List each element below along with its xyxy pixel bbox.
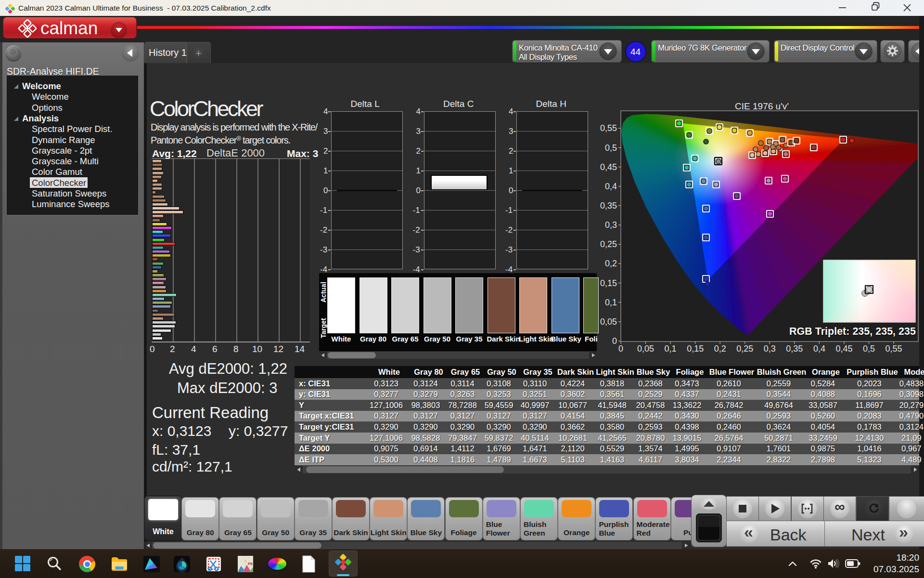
svg-text:0,15: 0,15 <box>600 278 617 288</box>
svg-text:0,2: 0,2 <box>605 259 617 268</box>
svg-text:0,35: 0,35 <box>786 344 803 354</box>
svg-text:0,25: 0,25 <box>736 344 753 354</box>
svg-text:PEIP: PEIP <box>248 562 254 566</box>
svg-text:0,4: 0,4 <box>813 344 825 354</box>
svg-text:0,3: 0,3 <box>764 344 776 354</box>
svg-text:0,1: 0,1 <box>605 298 617 307</box>
svg-text:0,15: 0,15 <box>687 344 704 354</box>
svg-text:0,4: 0,4 <box>605 182 617 191</box>
svg-text:0,35: 0,35 <box>600 201 617 210</box>
svg-text:0,05: 0,05 <box>600 317 617 327</box>
svg-text:0,55: 0,55 <box>886 344 902 354</box>
svg-text:0,1: 0,1 <box>665 344 677 354</box>
svg-text:0,05: 0,05 <box>637 344 654 354</box>
svg-text:0,45: 0,45 <box>835 344 852 354</box>
svg-text:∞: ∞ <box>834 501 845 514</box>
svg-text:0,5: 0,5 <box>863 344 875 354</box>
svg-text:CIE 1976 u'v': CIE 1976 u'v' <box>735 101 789 111</box>
svg-text:0,3: 0,3 <box>605 220 617 230</box>
svg-text:0,25: 0,25 <box>600 239 617 249</box>
svg-text:0: 0 <box>612 336 617 346</box>
svg-text:0,55: 0,55 <box>600 123 617 133</box>
svg-text:0,2: 0,2 <box>714 344 726 354</box>
svg-text:0,5: 0,5 <box>605 143 617 153</box>
svg-text:0: 0 <box>618 344 623 354</box>
svg-text:0,45: 0,45 <box>600 162 617 172</box>
